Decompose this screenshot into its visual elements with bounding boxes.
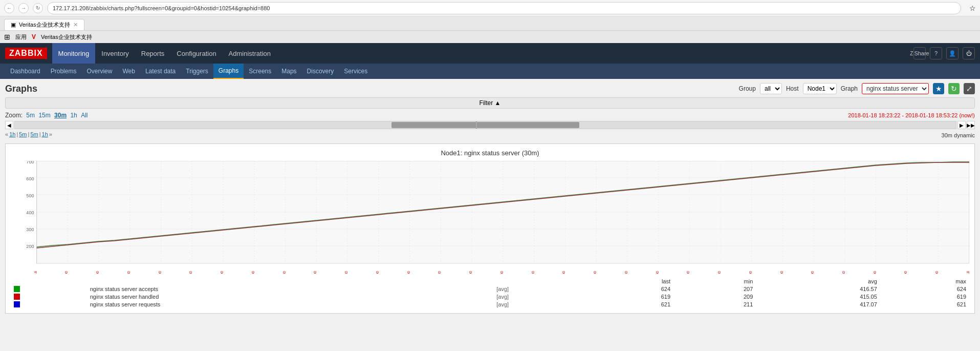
chart-area: 700 600 500 400 300 200 01/18 06:24:00 0…: [11, 161, 969, 274]
legend-header-min: min: [673, 278, 756, 285]
svg-text:06:41:00: 06:41:00: [873, 271, 877, 274]
svg-text:06:25:30: 06:25:30: [127, 271, 130, 274]
scroll-left-button[interactable]: ◀: [5, 121, 13, 129]
zoom-all[interactable]: All: [81, 112, 88, 119]
legend-item: nginx status server accepts [avg] 624 20…: [11, 285, 969, 293]
tab-label: Veritas企业技术支持: [19, 21, 70, 29]
group-select[interactable]: all: [760, 83, 782, 94]
nav-inventory[interactable]: Inventory: [95, 43, 135, 64]
svg-text:06:28:00: 06:28:00: [251, 271, 255, 274]
svg-text:06:31:00: 06:31:00: [407, 271, 410, 274]
svg-text:06:35:30: 06:35:30: [624, 271, 628, 274]
legend-min: 209: [673, 293, 756, 300]
svg-text:06:35:00: 06:35:00: [593, 271, 597, 274]
scroll-bar-row: ◀ ▶ ▶▶: [5, 121, 975, 129]
forward-button[interactable]: →: [18, 3, 29, 13]
nav-menu: Monitoring Inventory Reports Configurati…: [52, 43, 913, 64]
bookmark-icon[interactable]: ☆: [969, 4, 976, 12]
legend-item: nginx status server requests [avg] 621 2…: [11, 300, 969, 308]
help-button[interactable]: ?: [930, 47, 942, 59]
host-select[interactable]: Node1: [803, 83, 837, 94]
browser-tab[interactable]: ▣ Veritas企业技术支持 ✕: [4, 19, 84, 30]
subnav-problems[interactable]: Problems: [46, 64, 82, 79]
share-icon: Z: [910, 51, 913, 56]
subnav-overview[interactable]: Overview: [81, 64, 117, 79]
svg-text:06:29:30: 06:29:30: [344, 271, 348, 274]
subnav-services[interactable]: Services: [339, 64, 373, 79]
filter-bar[interactable]: Filter ▲: [5, 97, 975, 109]
nav-5m-fwd[interactable]: 5m: [30, 131, 38, 137]
timeline-section: Zoom: 5m 15m 30m 1h All 2018-01-18 18:23…: [5, 112, 975, 141]
subnav-triggers[interactable]: Triggers: [181, 64, 213, 79]
svg-text:06:25:00: 06:25:00: [96, 271, 99, 274]
zoom-row: Zoom: 5m 15m 30m 1h All 2018-01-18 18:23…: [5, 112, 975, 119]
svg-text:06:24:00: 06:24:00: [64, 271, 68, 274]
logout-button[interactable]: ⏻: [963, 47, 975, 59]
zoom-controls: Zoom: 5m 15m 30m 1h All: [5, 112, 88, 119]
graph-select[interactable]: nginx status server: [862, 83, 929, 94]
date-range: 2018-01-18 18:23:22 - 2018-01-18 18:53:2…: [848, 112, 975, 118]
user-button[interactable]: 👤: [946, 47, 959, 59]
nav-administration[interactable]: Administration: [223, 43, 277, 64]
subnav-graphs[interactable]: Graphs: [213, 64, 244, 79]
host-label: Host: [786, 85, 799, 92]
legend-header-max: max: [880, 278, 969, 285]
veritas-icon: V: [32, 33, 36, 40]
subnav-discovery[interactable]: Discovery: [302, 64, 339, 79]
nav-5m-back[interactable]: 5m: [19, 131, 27, 137]
share-button[interactable]: Z Share: [913, 47, 926, 59]
url-bar[interactable]: [47, 2, 961, 14]
nav-1h-back[interactable]: 1h: [9, 131, 15, 137]
back-button[interactable]: ←: [4, 3, 14, 13]
nav-monitoring[interactable]: Monitoring: [52, 43, 96, 64]
subnav-maps[interactable]: Maps: [276, 64, 301, 79]
legend-item: nginx status server handled [avg] 619 20…: [11, 293, 969, 300]
page-content: Graphs Group all Host Node1 Graph nginx …: [0, 79, 980, 323]
svg-text:06:28:30: 06:28:30: [282, 271, 286, 274]
scroll-end-button[interactable]: ▶▶: [967, 121, 975, 129]
zoom-30m[interactable]: 30m: [54, 112, 67, 119]
svg-text:06:26:00: 06:26:00: [158, 271, 162, 274]
svg-text:06:37:30: 06:37:30: [717, 271, 721, 274]
zoom-label: Zoom:: [5, 112, 23, 119]
browser-bar: ← → ↻ ☆: [0, 0, 980, 16]
svg-text:200: 200: [26, 244, 34, 249]
filter-label: Filter ▲: [480, 99, 501, 107]
legend-label: nginx status server handled: [87, 293, 494, 300]
nav-1h-fwd[interactable]: 1h: [42, 131, 48, 137]
refresh-button[interactable]: ↻: [33, 3, 43, 13]
legend-tag: [avg]: [493, 293, 591, 300]
zabbix-header: ZABBIX Monitoring Inventory Reports Conf…: [0, 43, 980, 64]
zoom-15m[interactable]: 15m: [38, 112, 50, 119]
svg-text:400: 400: [26, 210, 34, 215]
legend-avg: 417.07: [756, 300, 880, 308]
app-bar: ⊞ 应用 V Veritas企业技术支持: [0, 31, 980, 43]
share-label: Share: [914, 50, 929, 56]
legend-last: 621: [591, 300, 673, 308]
svg-text:06:32:00: 06:32:00: [469, 271, 472, 274]
svg-text:06:34:00: 06:34:00: [562, 271, 565, 274]
favourite-button[interactable]: ★: [933, 83, 944, 94]
scroll-thumb[interactable]: [391, 122, 580, 128]
subnav-screens[interactable]: Screens: [244, 64, 276, 79]
nav-reports[interactable]: Reports: [135, 43, 171, 64]
close-tab-icon[interactable]: ✕: [73, 22, 78, 28]
scroll-right-button[interactable]: ▶: [957, 121, 966, 129]
graph-label: Graph: [841, 85, 858, 92]
graph-controls: Group all Host Node1 Graph nginx status …: [739, 83, 975, 94]
zabbix-logo[interactable]: ZABBIX: [5, 48, 47, 59]
zoom-5m[interactable]: 5m: [26, 112, 35, 119]
svg-text:300: 300: [26, 227, 34, 232]
refresh-graph-button[interactable]: ↻: [948, 83, 960, 94]
legend-max: 619: [880, 293, 969, 300]
scroll-track[interactable]: [14, 121, 956, 129]
subnav-web[interactable]: Web: [117, 64, 140, 79]
nav-configuration[interactable]: Configuration: [170, 43, 222, 64]
nav-prefix: «: [5, 131, 8, 137]
subnav-dashboard[interactable]: Dashboard: [5, 64, 46, 79]
app-label: 应用: [15, 33, 27, 41]
expand-button[interactable]: ⤢: [964, 83, 975, 94]
subnav-latestdata[interactable]: Latest data: [140, 64, 181, 79]
svg-text:01/18: 01/18: [34, 271, 37, 274]
zoom-1h[interactable]: 1h: [70, 112, 77, 119]
